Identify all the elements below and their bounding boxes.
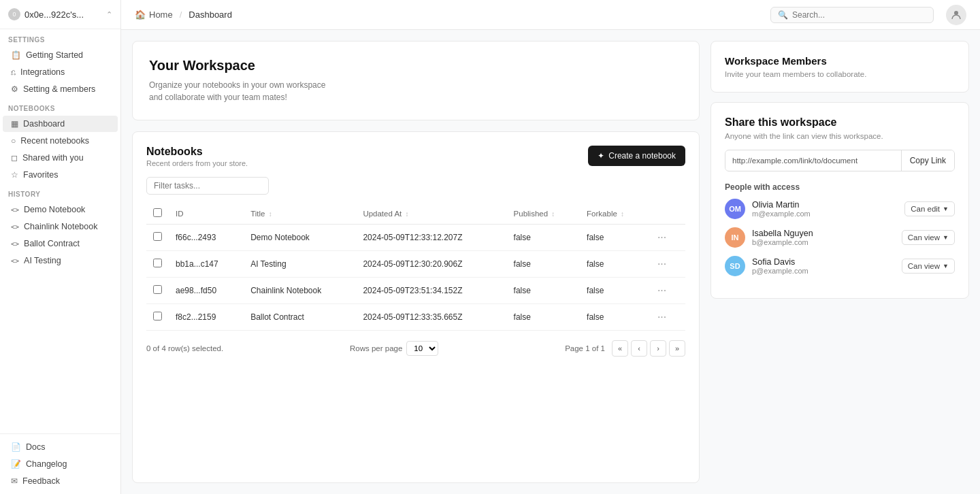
- person-name-1: Isabella Nguyen: [752, 229, 895, 238]
- create-notebook-button[interactable]: ✦ Create a notebook: [588, 146, 685, 166]
- page-title: Dashboard: [189, 10, 232, 20]
- home-icon: 🏠: [135, 10, 146, 20]
- search-bar[interactable]: 🔍: [770, 7, 934, 23]
- share-card: Share this workspace Anyone with the lin…: [710, 102, 969, 299]
- plus-icon: ✦: [598, 151, 604, 161]
- permission-button-2[interactable]: Can view ▼: [902, 259, 955, 274]
- row-checkbox-2[interactable]: [153, 285, 162, 294]
- notebooks-table: ID Title ↕ Updated At ↕ Published ↕ Fork…: [146, 203, 685, 331]
- grid-icon: ▦: [11, 119, 18, 129]
- chevron-down-icon: ▼: [943, 205, 949, 212]
- next-page-button[interactable]: ›: [650, 340, 666, 357]
- search-input[interactable]: [792, 10, 926, 20]
- sidebar: 0 0x0e...922c's... ⌃ Settings 📋 Getting …: [0, 0, 121, 494]
- col-updated-at[interactable]: Updated At ↕: [356, 203, 506, 225]
- sidebar-item-shared[interactable]: ◻ Shared with you: [3, 150, 118, 166]
- chevron-down-icon: ▼: [943, 234, 949, 241]
- code-icon: <>: [11, 240, 19, 248]
- sidebar-item-docs[interactable]: 📄 Docs: [3, 439, 118, 455]
- cell-title: Chainlink Notebook: [244, 278, 356, 304]
- row-checkbox-1[interactable]: [153, 259, 162, 267]
- table-row: bb1a...c147 AI Testing 2024-05-09T12:30:…: [146, 251, 685, 278]
- row-checkbox-0[interactable]: [153, 232, 162, 241]
- sidebar-item-label: Integrations: [20, 67, 65, 77]
- sidebar-toggle-icon[interactable]: ⌃: [106, 10, 112, 19]
- page-info: Page 1 of 1: [565, 344, 605, 352]
- sidebar-item-settings-members[interactable]: ⚙ Setting & members: [3, 81, 118, 97]
- col-title[interactable]: Title ↕: [244, 203, 356, 225]
- cell-published: false: [507, 251, 581, 278]
- sidebar-item-ballot[interactable]: <> Ballot Contract: [3, 235, 118, 252]
- row-checkbox-3[interactable]: [153, 312, 162, 320]
- cell-published: false: [507, 225, 581, 251]
- notebooks-subtitle: Recent orders from your store.: [146, 159, 248, 167]
- brand[interactable]: 0 0x0e...922c's...: [8, 8, 84, 20]
- notebook-icon: 📋: [11, 50, 21, 60]
- settings-label: Settings: [0, 29, 120, 46]
- sidebar-item-getting-started[interactable]: 📋 Getting Started: [3, 47, 118, 63]
- notebooks-title: Notebooks: [146, 146, 248, 158]
- sidebar-item-label: Recent notebooks: [20, 136, 89, 146]
- prev-page-button[interactable]: ‹: [631, 340, 647, 357]
- table-row: f8c2...2159 Ballot Contract 2024-05-09T1…: [146, 304, 685, 331]
- right-panel: Workspace Members Invite your team membe…: [710, 41, 969, 483]
- notebooks-label: Notebooks: [0, 98, 120, 115]
- filter-input[interactable]: [146, 177, 269, 195]
- rows-per-page-select[interactable]: 10 20 50: [406, 341, 438, 356]
- workspace-desc-line2: and collaborate with your team mates!: [149, 91, 683, 103]
- row-more-button-1[interactable]: ···: [655, 258, 669, 270]
- row-more-button-3[interactable]: ···: [655, 311, 669, 323]
- code-icon: <>: [11, 257, 19, 265]
- home-link[interactable]: 🏠 Home: [135, 10, 173, 20]
- share-subtitle: Anyone with the link can view this works…: [725, 132, 955, 140]
- cell-id: f66c...2493: [169, 225, 244, 251]
- person-name-0: Olivia Martin: [752, 200, 898, 210]
- col-published[interactable]: Published ↕: [507, 203, 581, 225]
- person-avatar-0: OM: [725, 199, 745, 219]
- sidebar-item-label: Setting & members: [23, 84, 95, 94]
- share-link-input[interactable]: [725, 151, 901, 170]
- share-title: Share this workspace: [725, 116, 955, 129]
- sidebar-item-changelog[interactable]: 📝 Changelog: [3, 456, 118, 472]
- cell-updated-at: 2024-05-09T12:33:35.665Z: [356, 304, 506, 331]
- sidebar-item-favorites[interactable]: ☆ Favorites: [3, 167, 118, 183]
- first-page-button[interactable]: «: [612, 340, 628, 357]
- sidebar-item-label: Getting Started: [26, 50, 83, 60]
- sidebar-item-recent[interactable]: ○ Recent notebooks: [3, 133, 118, 149]
- cell-id: f8c2...2159: [169, 304, 244, 331]
- sidebar-item-label: Ballot Contract: [24, 239, 80, 248]
- row-more-button-0[interactable]: ···: [655, 231, 669, 244]
- sidebar-footer: 📄 Docs 📝 Changelog ✉ Feedback: [0, 433, 120, 494]
- permission-button-1[interactable]: Can view ▼: [902, 230, 955, 245]
- code-icon: <>: [11, 206, 19, 214]
- last-page-button[interactable]: »: [669, 340, 685, 357]
- permission-button-0[interactable]: Can edit ▼: [904, 201, 955, 216]
- row-more-button-2[interactable]: ···: [655, 284, 669, 297]
- sidebar-item-demo-notebook[interactable]: <> Demo Notebook: [3, 201, 118, 218]
- people-label: People with access: [725, 182, 955, 192]
- select-all-checkbox[interactable]: [153, 208, 162, 217]
- person-row-0: OM Olivia Martin m@example.com Can edit …: [725, 199, 955, 219]
- notebooks-card: Notebooks Recent orders from your store.…: [132, 131, 700, 483]
- col-forkable[interactable]: Forkable ↕: [580, 203, 648, 225]
- rows-per-page-label: Rows per page: [350, 344, 402, 352]
- star-icon: ☆: [11, 170, 18, 180]
- sidebar-item-feedback[interactable]: ✉ Feedback: [3, 473, 118, 489]
- chevron-down-icon: ▼: [943, 263, 949, 269]
- sidebar-item-label: Demo Notebook: [24, 205, 85, 214]
- person-email-1: b@example.com: [752, 238, 895, 246]
- sidebar-item-dashboard[interactable]: ▦ Dashboard: [3, 116, 118, 132]
- user-icon: ◻: [11, 153, 18, 163]
- sidebar-item-label: Dashboard: [23, 119, 65, 129]
- sidebar-item-ai-testing[interactable]: <> AI Testing: [3, 252, 118, 269]
- members-subtitle: Invite your team members to collaborate.: [725, 70, 955, 78]
- sidebar-item-integrations[interactable]: ⎌ Integrations: [3, 64, 118, 80]
- copy-link-button[interactable]: Copy Link: [901, 150, 954, 171]
- clock-icon: ○: [11, 136, 16, 146]
- user-avatar-button[interactable]: [946, 5, 966, 25]
- sidebar-header: 0 0x0e...922c's... ⌃: [0, 0, 120, 29]
- members-title: Workspace Members: [725, 55, 955, 67]
- sidebar-item-chainlink[interactable]: <> Chainlink Notebook: [3, 218, 118, 235]
- brand-avatar: 0: [8, 8, 20, 20]
- person-avatar-2: SD: [725, 256, 745, 276]
